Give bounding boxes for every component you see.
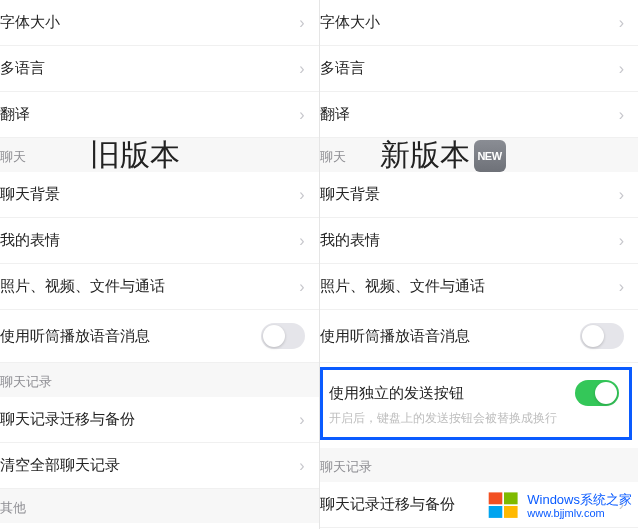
chevron-right-icon: › <box>299 60 304 78</box>
svg-rect-0 <box>489 492 503 504</box>
watermark: Windows系统之家 www.bjjmlv.com <box>487 489 632 523</box>
new-version-panel: 新版本 NEW 字体大小 › 多语言 › 翻译 › 聊天 聊天背景 › 我的表情… <box>320 0 639 529</box>
earpiece-toggle[interactable] <box>580 323 624 349</box>
language-label: 多语言 <box>320 59 611 78</box>
chevron-right-icon: › <box>299 14 304 32</box>
chevron-right-icon: › <box>619 14 624 32</box>
translate-label: 翻译 <box>320 105 611 124</box>
migrate-row[interactable]: 聊天记录迁移与备份 › <box>0 397 319 443</box>
new-badge-icon: NEW <box>474 140 506 172</box>
history-section-header: 聊天记录 <box>320 448 639 482</box>
send-button-highlight: 使用独立的发送按钮 开启后，键盘上的发送按钮会被替换成换行 <box>320 367 633 440</box>
chevron-right-icon: › <box>619 232 624 250</box>
chat-bg-row[interactable]: 聊天背景 › <box>0 172 319 218</box>
translate-label: 翻译 <box>0 105 291 124</box>
media-row[interactable]: 照片、视频、文件与通话 › <box>320 264 639 310</box>
earpiece-label: 使用听筒播放语音消息 <box>320 327 581 346</box>
chat-bg-row[interactable]: 聊天背景 › <box>320 172 639 218</box>
language-row[interactable]: 多语言 › <box>0 46 319 92</box>
old-version-label: 旧版本 <box>90 135 180 176</box>
language-label: 多语言 <box>0 59 291 78</box>
watermark-url: www.bjjmlv.com <box>527 507 632 519</box>
my-stickers-row[interactable]: 我的表情 › <box>0 218 319 264</box>
send-button-toggle[interactable] <box>575 380 619 406</box>
translate-row[interactable]: 翻译 › <box>320 92 639 138</box>
earpiece-toggle[interactable] <box>261 323 305 349</box>
svg-rect-2 <box>489 506 503 518</box>
chat-bg-label: 聊天背景 <box>320 185 611 204</box>
old-version-panel: 旧版本 字体大小 › 多语言 › 翻译 › 聊天 聊天背景 › 我的表情 › 照… <box>0 0 320 529</box>
svg-rect-1 <box>504 492 518 504</box>
chevron-right-icon: › <box>299 278 304 296</box>
clear-all-row[interactable]: 清空全部聊天记录 › <box>0 443 319 489</box>
my-stickers-label: 我的表情 <box>320 231 611 250</box>
font-size-label: 字体大小 <box>0 13 291 32</box>
chevron-right-icon: › <box>619 186 624 204</box>
other-section-header: 其他 <box>0 489 319 523</box>
font-size-row[interactable]: 字体大小 › <box>0 0 319 46</box>
chevron-right-icon: › <box>299 186 304 204</box>
earpiece-label: 使用听筒播放语音消息 <box>0 327 261 346</box>
chevron-right-icon: › <box>619 106 624 124</box>
chevron-right-icon: › <box>619 60 624 78</box>
my-stickers-row[interactable]: 我的表情 › <box>320 218 639 264</box>
media-row[interactable]: 照片、视频、文件与通话 › <box>0 264 319 310</box>
translate-row[interactable]: 翻译 › <box>0 92 319 138</box>
new-version-text: 新版本 <box>380 135 470 176</box>
chat-bg-label: 聊天背景 <box>0 185 291 204</box>
windows-logo-icon <box>487 489 521 523</box>
chevron-right-icon: › <box>619 278 624 296</box>
send-button-label: 使用独立的发送按钮 <box>329 384 576 403</box>
chevron-right-icon: › <box>299 106 304 124</box>
earpiece-row[interactable]: 使用听筒播放语音消息 <box>0 310 319 363</box>
my-stickers-label: 我的表情 <box>0 231 291 250</box>
clear-all-label: 清空全部聊天记录 <box>0 456 291 475</box>
send-button-row[interactable]: 使用独立的发送按钮 <box>323 370 630 410</box>
media-label: 照片、视频、文件与通话 <box>0 277 291 296</box>
font-size-row[interactable]: 字体大小 › <box>320 0 639 46</box>
language-row[interactable]: 多语言 › <box>320 46 639 92</box>
chevron-right-icon: › <box>299 232 304 250</box>
media-label: 照片、视频、文件与通话 <box>320 277 611 296</box>
font-size-label: 字体大小 <box>320 13 611 32</box>
earpiece-row[interactable]: 使用听筒播放语音消息 <box>320 310 639 363</box>
new-version-label: 新版本 NEW <box>380 135 506 176</box>
send-button-desc: 开启后，键盘上的发送按钮会被替换成换行 <box>323 410 630 437</box>
chevron-right-icon: › <box>299 457 304 475</box>
svg-rect-3 <box>504 506 518 518</box>
migrate-label: 聊天记录迁移与备份 <box>0 410 291 429</box>
old-version-text: 旧版本 <box>90 135 180 176</box>
history-section-header: 聊天记录 <box>0 363 319 397</box>
watermark-title: Windows系统之家 <box>527 493 632 507</box>
chevron-right-icon: › <box>299 411 304 429</box>
